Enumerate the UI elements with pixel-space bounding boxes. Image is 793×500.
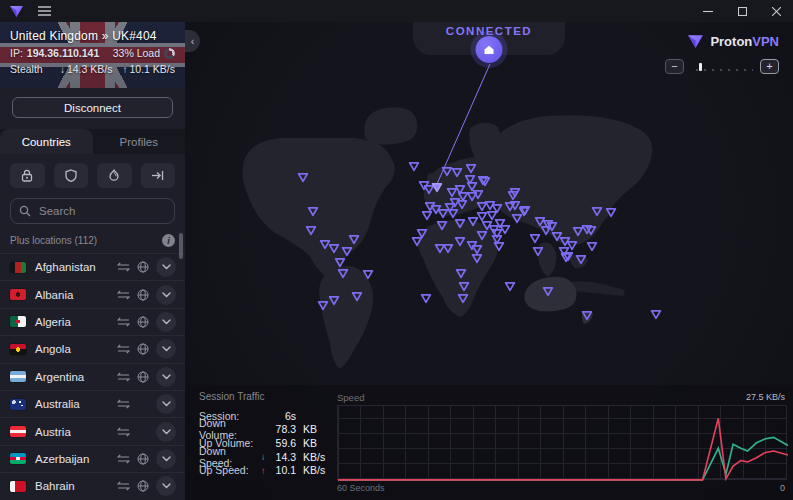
- map-pin[interactable]: [362, 266, 374, 277]
- session-row-value: 14.3: [268, 451, 296, 463]
- tab-countries[interactable]: Countries: [0, 129, 93, 154]
- country-tor-icon: [137, 453, 149, 465]
- search-input[interactable]: [37, 204, 166, 218]
- country-flag: [10, 481, 26, 492]
- map-pin[interactable]: [509, 184, 521, 195]
- map-pin[interactable]: [511, 210, 523, 221]
- map-pin[interactable]: [442, 240, 454, 251]
- map-pin[interactable]: [586, 238, 598, 249]
- chevron-down-icon: [162, 456, 171, 462]
- close-button[interactable]: [759, 0, 793, 22]
- country-row[interactable]: Afghanistan: [0, 253, 185, 280]
- world-map[interactable]: ‹ CONNECTED ProtonVPN − + Session Traffi…: [185, 22, 793, 500]
- country-p2p-icon: [117, 344, 130, 354]
- map-pin[interactable]: [504, 278, 516, 289]
- hamburger-menu-icon[interactable]: [38, 6, 51, 16]
- map-pin[interactable]: [585, 222, 597, 233]
- session-row: Down Speed: ↓ 14.3 KB/s: [199, 450, 331, 464]
- expand-country-button[interactable]: [156, 285, 176, 305]
- lock-icon: [21, 169, 33, 182]
- country-row[interactable]: Algeria: [0, 308, 185, 335]
- expand-country-button[interactable]: [156, 449, 176, 469]
- map-pin[interactable]: [650, 306, 662, 317]
- expand-country-button[interactable]: [156, 367, 176, 387]
- session-row-value: 78.3: [268, 423, 296, 435]
- disconnect-button[interactable]: Disconnect: [12, 97, 173, 118]
- expand-country-button[interactable]: [156, 422, 176, 442]
- map-pin[interactable]: [532, 243, 544, 254]
- map-pin[interactable]: [305, 222, 317, 233]
- map-pin[interactable]: [451, 164, 463, 175]
- map-pin[interactable]: [491, 200, 503, 211]
- session-traffic-title: Session Traffic: [199, 391, 331, 402]
- zoom-slider-thumb[interactable]: [699, 63, 702, 71]
- connection-title: United Kingdom » UK#404: [10, 29, 175, 43]
- sidebar: United Kingdom » UK#404 IP: 194.36.110.1…: [0, 22, 185, 500]
- map-pin[interactable]: [542, 283, 554, 294]
- country-row[interactable]: Bahrain: [0, 472, 185, 499]
- map-pin[interactable]: [420, 290, 432, 301]
- chevron-down-icon: [162, 374, 171, 380]
- expand-country-button[interactable]: [156, 312, 176, 332]
- country-p2p-icon: [117, 399, 130, 409]
- session-row-unit: KB/s: [303, 451, 331, 463]
- country-flag: [10, 399, 26, 410]
- netshield-filter-button[interactable]: [54, 163, 89, 188]
- sidebar-scrollbar[interactable]: [179, 233, 183, 259]
- map-pin[interactable]: [465, 160, 477, 171]
- map-pin[interactable]: [581, 307, 593, 318]
- map-pin[interactable]: [297, 169, 309, 180]
- session-row: Up Speed: ↑ 10.1 KB/s: [199, 463, 331, 477]
- map-pin[interactable]: [408, 158, 420, 169]
- map-pin[interactable]: [491, 231, 503, 242]
- connected-location-button[interactable]: [476, 36, 503, 63]
- protonvpn-brand: ProtonVPN: [687, 34, 779, 49]
- expand-country-button[interactable]: [156, 476, 176, 496]
- p2p-filter-button[interactable]: [141, 163, 176, 188]
- map-pin[interactable]: [328, 240, 340, 251]
- ip-label: IP:: [10, 47, 23, 59]
- zoom-in-button[interactable]: +: [760, 59, 779, 74]
- country-row[interactable]: Argentina: [0, 363, 185, 390]
- map-pin[interactable]: [479, 173, 491, 184]
- map-pin[interactable]: [351, 288, 363, 299]
- maximize-button[interactable]: [725, 0, 759, 22]
- map-pin[interactable]: [436, 217, 448, 228]
- secure-core-filter-button[interactable]: [10, 163, 45, 188]
- country-row[interactable]: Austria: [0, 417, 185, 444]
- map-pin[interactable]: [455, 265, 467, 276]
- speed-series-download: [338, 437, 788, 480]
- country-tor-icon: [137, 371, 149, 383]
- map-pin[interactable]: [337, 265, 349, 276]
- map-pin[interactable]: [458, 278, 470, 289]
- expand-country-button[interactable]: [156, 394, 176, 414]
- tor-filter-button[interactable]: [97, 163, 132, 188]
- country-row[interactable]: Angola: [0, 335, 185, 362]
- map-pin[interactable]: [591, 203, 603, 214]
- map-pin[interactable]: [411, 233, 423, 244]
- expand-country-button[interactable]: [156, 339, 176, 359]
- tab-profiles[interactable]: Profiles: [93, 129, 186, 154]
- country-row[interactable]: Albania: [0, 280, 185, 307]
- map-pin[interactable]: [307, 203, 319, 214]
- minimize-button[interactable]: [691, 0, 725, 22]
- zoom-slider[interactable]: [691, 62, 753, 72]
- map-pin[interactable]: [334, 254, 346, 265]
- country-row[interactable]: Azerbaijan: [0, 445, 185, 472]
- map-pin[interactable]: [560, 249, 572, 260]
- map-pin[interactable]: [605, 204, 617, 215]
- map-pin[interactable]: [471, 250, 483, 261]
- map-pin[interactable]: [348, 231, 360, 242]
- map-pin[interactable]: [575, 251, 587, 262]
- connected-map-pin[interactable]: [431, 179, 443, 190]
- map-pin[interactable]: [454, 233, 466, 244]
- session-rows: Session: 6s Down Volume: 78.3 KB Up Volu…: [199, 409, 331, 477]
- map-pin[interactable]: [454, 215, 466, 226]
- expand-country-button[interactable]: [156, 257, 176, 277]
- country-row[interactable]: Australia: [0, 390, 185, 417]
- map-pin[interactable]: [328, 292, 340, 303]
- info-icon[interactable]: i: [162, 234, 175, 247]
- map-pin[interactable]: [472, 186, 484, 197]
- country-name: Austria: [35, 426, 117, 438]
- zoom-out-button[interactable]: −: [665, 59, 684, 74]
